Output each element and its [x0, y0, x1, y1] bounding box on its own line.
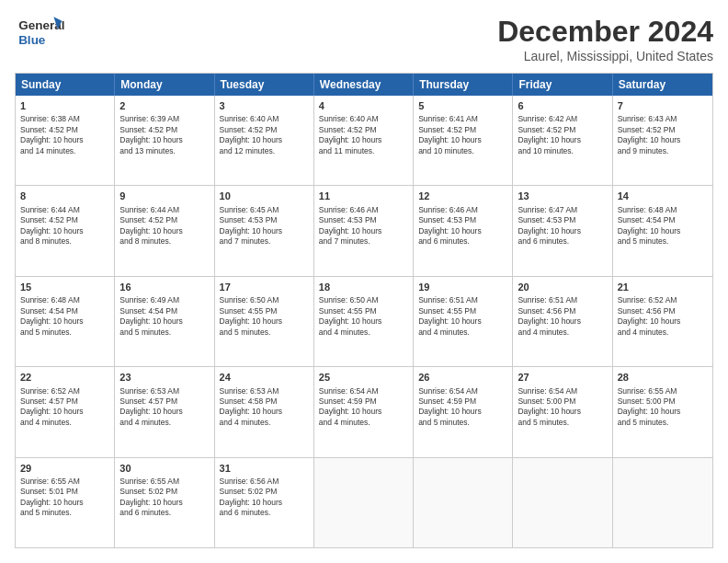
- cell-line: Daylight: 10 hours: [319, 135, 408, 145]
- day-number: 18: [319, 281, 408, 293]
- day-number: 2: [119, 99, 209, 112]
- calendar-header-day: Sunday: [16, 74, 115, 96]
- cell-line: and 8 minutes.: [119, 236, 209, 247]
- cell-line: and 6 minutes.: [119, 508, 209, 518]
- cell-line: Daylight: 10 hours: [319, 226, 408, 236]
- cell-line: Sunrise: 6:46 AM: [418, 205, 507, 215]
- calendar-cell: 24Sunrise: 6:53 AMSunset: 4:58 PMDayligh…: [215, 367, 314, 456]
- cell-line: Sunset: 5:00 PM: [618, 396, 708, 407]
- svg-text:Blue: Blue: [18, 33, 46, 47]
- cell-line: and 5 minutes.: [618, 418, 708, 428]
- calendar-cell: 14Sunrise: 6:48 AMSunset: 4:54 PMDayligh…: [613, 186, 712, 275]
- cell-line: and 6 minutes.: [518, 236, 607, 247]
- cell-line: Daylight: 10 hours: [119, 316, 209, 327]
- cell-line: Daylight: 10 hours: [418, 226, 507, 236]
- location: Laurel, Mississippi, United States: [497, 49, 713, 63]
- cell-line: Sunrise: 6:55 AM: [618, 386, 708, 396]
- day-number: 13: [518, 190, 607, 202]
- cell-line: Daylight: 10 hours: [319, 407, 408, 417]
- cell-line: Sunset: 4:52 PM: [618, 125, 708, 135]
- calendar-cell: 9Sunrise: 6:44 AMSunset: 4:52 PMDaylight…: [115, 186, 214, 275]
- cell-line: Sunrise: 6:56 AM: [220, 477, 309, 487]
- calendar-week-row: 8Sunrise: 6:44 AMSunset: 4:52 PMDaylight…: [16, 186, 712, 276]
- cell-line: Sunset: 4:55 PM: [418, 306, 507, 316]
- cell-line: and 5 minutes.: [119, 327, 209, 338]
- cell-line: Sunset: 4:54 PM: [20, 306, 109, 316]
- cell-line: Sunset: 4:52 PM: [518, 125, 607, 135]
- day-number: 22: [20, 371, 109, 384]
- month-title: December 2024: [497, 15, 713, 49]
- calendar-body: 1Sunrise: 6:38 AMSunset: 4:52 PMDaylight…: [16, 96, 712, 547]
- cell-line: Daylight: 10 hours: [20, 407, 109, 417]
- cell-line: and 7 minutes.: [319, 236, 408, 247]
- cell-line: and 14 minutes.: [20, 146, 109, 156]
- calendar: SundayMondayTuesdayWednesdayThursdayFrid…: [15, 73, 713, 548]
- cell-line: and 4 minutes.: [418, 327, 507, 338]
- day-number: 5: [418, 99, 507, 112]
- logo-icon: General Blue: [15, 15, 70, 48]
- cell-line: Daylight: 10 hours: [119, 407, 209, 417]
- day-number: 24: [220, 371, 309, 384]
- cell-line: Daylight: 10 hours: [119, 135, 209, 145]
- cell-line: Daylight: 10 hours: [618, 226, 708, 236]
- day-number: 4: [319, 99, 408, 112]
- calendar-cell: 30Sunrise: 6:55 AMSunset: 5:02 PMDayligh…: [115, 458, 214, 547]
- calendar-header-day: Thursday: [414, 74, 513, 96]
- cell-line: and 12 minutes.: [220, 146, 309, 156]
- calendar-cell: 31Sunrise: 6:56 AMSunset: 5:02 PMDayligh…: [215, 458, 314, 547]
- day-number: 17: [220, 281, 309, 293]
- day-number: 23: [119, 371, 209, 384]
- calendar-cell: 22Sunrise: 6:52 AMSunset: 4:57 PMDayligh…: [16, 367, 115, 456]
- cell-line: and 6 minutes.: [418, 236, 507, 247]
- calendar-week-row: 1Sunrise: 6:38 AMSunset: 4:52 PMDaylight…: [16, 96, 712, 186]
- calendar-cell: 10Sunrise: 6:45 AMSunset: 4:53 PMDayligh…: [215, 186, 314, 275]
- day-number: 27: [518, 371, 607, 384]
- day-number: 31: [220, 462, 309, 475]
- cell-line: Daylight: 10 hours: [220, 498, 309, 508]
- calendar-week-row: 22Sunrise: 6:52 AMSunset: 4:57 PMDayligh…: [16, 367, 712, 457]
- cell-line: Daylight: 10 hours: [119, 226, 209, 236]
- page: General Blue December 2024 Laurel, Missi…: [0, 0, 728, 563]
- cell-line: and 11 minutes.: [319, 146, 408, 156]
- day-number: 12: [418, 190, 507, 202]
- cell-line: and 9 minutes.: [618, 146, 708, 156]
- calendar-cell: [513, 458, 612, 547]
- day-number: 20: [518, 281, 607, 293]
- cell-line: Sunrise: 6:51 AM: [418, 295, 507, 305]
- cell-line: Sunset: 5:02 PM: [220, 487, 309, 497]
- cell-line: and 10 minutes.: [518, 146, 607, 156]
- cell-line: Sunrise: 6:44 AM: [20, 205, 109, 215]
- cell-line: Sunrise: 6:41 AM: [418, 114, 507, 124]
- cell-line: and 5 minutes.: [418, 418, 507, 428]
- calendar-cell: 7Sunrise: 6:43 AMSunset: 4:52 PMDaylight…: [613, 96, 712, 185]
- cell-line: Daylight: 10 hours: [418, 135, 507, 145]
- cell-line: and 6 minutes.: [220, 508, 309, 518]
- calendar-cell: [414, 458, 513, 547]
- cell-line: Daylight: 10 hours: [220, 407, 309, 417]
- calendar-cell: [613, 458, 712, 547]
- cell-line: Sunrise: 6:52 AM: [618, 295, 708, 305]
- cell-line: Sunset: 4:56 PM: [618, 306, 708, 316]
- cell-line: Sunrise: 6:48 AM: [20, 295, 109, 305]
- cell-line: Daylight: 10 hours: [518, 135, 607, 145]
- calendar-week-row: 15Sunrise: 6:48 AMSunset: 4:54 PMDayligh…: [16, 277, 712, 367]
- calendar-cell: 18Sunrise: 6:50 AMSunset: 4:55 PMDayligh…: [314, 277, 414, 366]
- day-number: 28: [618, 371, 708, 384]
- cell-line: Sunrise: 6:52 AM: [20, 386, 109, 396]
- cell-line: and 4 minutes.: [319, 327, 408, 338]
- calendar-cell: 3Sunrise: 6:40 AMSunset: 4:52 PMDaylight…: [215, 96, 314, 185]
- cell-line: Sunrise: 6:49 AM: [119, 295, 209, 305]
- day-number: 10: [220, 190, 309, 202]
- calendar-cell: 27Sunrise: 6:54 AMSunset: 5:00 PMDayligh…: [513, 367, 612, 456]
- cell-line: and 4 minutes.: [119, 418, 209, 428]
- day-number: 30: [119, 462, 209, 475]
- cell-line: Sunset: 4:58 PM: [220, 396, 309, 407]
- cell-line: Sunrise: 6:50 AM: [220, 295, 309, 305]
- cell-line: and 5 minutes.: [518, 418, 607, 428]
- cell-line: Daylight: 10 hours: [618, 135, 708, 145]
- cell-line: Sunset: 4:54 PM: [618, 215, 708, 225]
- cell-line: and 5 minutes.: [20, 327, 109, 338]
- cell-line: and 4 minutes.: [220, 418, 309, 428]
- cell-line: Daylight: 10 hours: [418, 316, 507, 327]
- calendar-cell: 12Sunrise: 6:46 AMSunset: 4:53 PMDayligh…: [414, 186, 513, 275]
